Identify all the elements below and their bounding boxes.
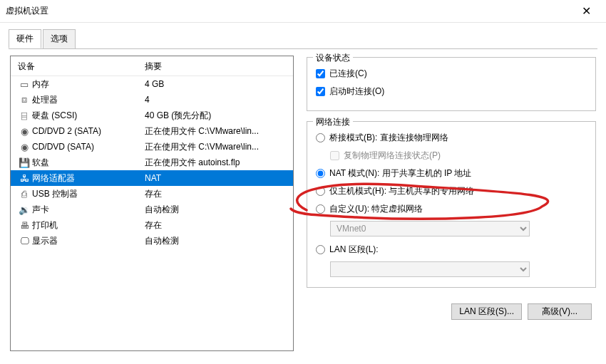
main-area: 设备 摘要 ▭内存4 GB⧈处理器4⌸硬盘 (SCSI)40 GB (预先分配)… bbox=[9, 48, 597, 351]
device-summary: 存在 bbox=[145, 219, 287, 232]
advanced-button[interactable]: 高级(V)... bbox=[528, 303, 592, 320]
network-icon: 🖧 bbox=[18, 172, 31, 184]
radio-bridged[interactable] bbox=[316, 133, 325, 142]
device-row[interactable]: ⌸硬盘 (SCSI)40 GB (预先分配) bbox=[11, 108, 293, 123]
row-bridged: 桥接模式(B): 直接连接物理网络 bbox=[316, 132, 587, 144]
radio-custom[interactable] bbox=[316, 204, 325, 214]
select-lanseg bbox=[330, 261, 530, 277]
legend-network: 网络连接 bbox=[313, 116, 353, 128]
checkbox-replicate bbox=[330, 151, 339, 160]
device-summary: NAT bbox=[145, 173, 287, 183]
checkbox-connect-at-power[interactable] bbox=[316, 87, 325, 96]
device-row[interactable]: 💾软盘正在使用文件 autoinst.flp bbox=[11, 155, 293, 170]
device-summary: 正在使用文件 C:\VMware\lin... bbox=[145, 125, 287, 137]
device-summary: 存在 bbox=[145, 188, 287, 200]
row-nat: NAT 模式(N): 用于共享主机的 IP 地址 bbox=[316, 167, 587, 180]
device-summary: 4 GB bbox=[145, 79, 287, 89]
radio-hostonly[interactable] bbox=[316, 187, 325, 196]
device-summary: 自动检测 bbox=[145, 204, 287, 216]
titlebar: 虚拟机设置 ✕ bbox=[0, 0, 606, 23]
device-row[interactable]: 🖧网络适配器NAT bbox=[11, 170, 293, 186]
cd-icon: ◉ bbox=[18, 141, 31, 152]
label-hostonly[interactable]: 仅主机模式(H): 与主机共享的专用网络 bbox=[329, 185, 474, 197]
tab-hardware[interactable]: 硬件 bbox=[9, 29, 41, 48]
row-connect-at-power: 启动时连接(O) bbox=[316, 85, 587, 98]
device-summary: 自动检测 bbox=[145, 235, 287, 247]
label-replicate: 复制物理网络连接状态(P) bbox=[344, 150, 441, 162]
device-name: 声卡 bbox=[32, 204, 145, 216]
row-vmnet: VMnet0 bbox=[330, 221, 587, 236]
label-nat[interactable]: NAT 模式(N): 用于共享主机的 IP 地址 bbox=[329, 167, 471, 180]
memory-icon: ▭ bbox=[18, 78, 31, 90]
tab-options[interactable]: 选项 bbox=[43, 29, 76, 48]
disk-icon: ⌸ bbox=[18, 110, 31, 121]
row-lanseg: LAN 区段(L): bbox=[316, 244, 587, 256]
device-name: 硬盘 (SCSI) bbox=[32, 110, 145, 122]
device-name: 打印机 bbox=[32, 219, 145, 232]
device-name: CD/DVD 2 (SATA) bbox=[32, 126, 145, 136]
left-panel: 设备 摘要 ▭内存4 GB⧈处理器4⌸硬盘 (SCSI)40 GB (预先分配)… bbox=[10, 56, 294, 351]
device-list-header: 设备 摘要 bbox=[11, 56, 293, 76]
radio-lanseg[interactable] bbox=[316, 245, 325, 254]
device-row[interactable]: ◉CD/DVD (SATA)正在使用文件 C:\VMware\lin... bbox=[11, 139, 293, 155]
row-hostonly: 仅主机模式(H): 与主机共享的专用网络 bbox=[316, 185, 587, 197]
label-connect-at-power[interactable]: 启动时连接(O) bbox=[329, 85, 384, 98]
device-row[interactable]: ◉CD/DVD 2 (SATA)正在使用文件 C:\VMware\lin... bbox=[11, 123, 293, 139]
tabbar: 硬件 选项 bbox=[9, 29, 597, 49]
label-custom[interactable]: 自定义(U): 特定虚拟网络 bbox=[329, 203, 423, 215]
device-name: 处理器 bbox=[32, 94, 145, 106]
legend-device-state: 设备状态 bbox=[313, 52, 353, 64]
lan-segments-button[interactable]: LAN 区段(S)... bbox=[451, 303, 522, 320]
right-panel: 设备状态 已连接(C) 启动时连接(O) 网络连接 桥接模式(B): 直接连接物… bbox=[307, 56, 596, 351]
row-replicate: 复制物理网络连接状态(P) bbox=[330, 150, 587, 162]
usb-icon: ⎙ bbox=[18, 188, 31, 199]
device-name: CD/DVD (SATA) bbox=[32, 142, 145, 152]
cpu-icon: ⧈ bbox=[18, 94, 31, 105]
device-name: USB 控制器 bbox=[32, 188, 145, 200]
label-lanseg[interactable]: LAN 区段(L): bbox=[329, 244, 379, 256]
label-connected[interactable]: 已连接(C) bbox=[329, 68, 367, 80]
device-name: 软盘 bbox=[32, 157, 145, 169]
device-name: 内存 bbox=[32, 78, 145, 90]
col-summary: 摘要 bbox=[145, 61, 286, 73]
device-name: 显示器 bbox=[32, 235, 145, 247]
device-name: 网络适配器 bbox=[32, 172, 145, 184]
device-row[interactable]: 🖵显示器自动检测 bbox=[11, 233, 293, 249]
button-row: LAN 区段(S)... 高级(V)... bbox=[307, 298, 596, 320]
row-custom: 自定义(U): 特定虚拟网络 bbox=[316, 203, 587, 215]
window-title: 虚拟机设置 bbox=[6, 5, 572, 17]
row-connected: 已连接(C) bbox=[316, 68, 587, 80]
display-icon: 🖵 bbox=[18, 235, 31, 246]
floppy-icon: 💾 bbox=[18, 157, 31, 168]
device-summary: 4 bbox=[145, 95, 287, 105]
checkbox-connected[interactable] bbox=[316, 69, 325, 78]
row-lanseg-select bbox=[330, 261, 587, 277]
select-vmnet: VMnet0 bbox=[330, 221, 530, 236]
device-row[interactable]: ⧈处理器4 bbox=[11, 92, 293, 108]
radio-nat[interactable] bbox=[316, 169, 325, 178]
device-summary: 正在使用文件 autoinst.flp bbox=[145, 157, 287, 169]
device-summary: 正在使用文件 C:\VMware\lin... bbox=[145, 141, 287, 153]
cd-icon: ◉ bbox=[18, 125, 31, 137]
sound-icon: 🔉 bbox=[18, 204, 31, 215]
device-row[interactable]: ▭内存4 GB bbox=[11, 76, 293, 92]
device-row[interactable]: ⎙USB 控制器存在 bbox=[11, 186, 293, 202]
content-area: 硬件 选项 设备 摘要 ▭内存4 GB⧈处理器4⌸硬盘 (SCSI)40 GB … bbox=[0, 23, 606, 351]
device-summary: 40 GB (预先分配) bbox=[145, 110, 287, 122]
close-icon[interactable]: ✕ bbox=[572, 4, 600, 18]
group-network: 网络连接 桥接模式(B): 直接连接物理网络 复制物理网络连接状态(P) NAT… bbox=[307, 121, 596, 288]
label-bridged[interactable]: 桥接模式(B): 直接连接物理网络 bbox=[329, 132, 448, 144]
device-row[interactable]: 🔉声卡自动检测 bbox=[11, 202, 293, 217]
device-row[interactable]: 🖶打印机存在 bbox=[11, 217, 293, 233]
device-list: 设备 摘要 ▭内存4 GB⧈处理器4⌸硬盘 (SCSI)40 GB (预先分配)… bbox=[10, 56, 294, 351]
group-device-state: 设备状态 已连接(C) 启动时连接(O) bbox=[307, 57, 596, 111]
col-device: 设备 bbox=[18, 61, 145, 73]
printer-icon: 🖶 bbox=[18, 219, 31, 231]
